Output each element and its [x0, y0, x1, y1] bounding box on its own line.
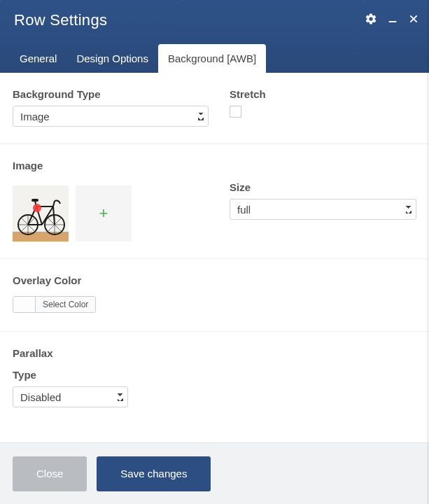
- tab-general[interactable]: General: [10, 44, 66, 73]
- select-color-label: Select Color: [36, 297, 95, 312]
- parallax-heading: Parallax: [13, 347, 416, 359]
- close-button[interactable]: Close: [13, 456, 87, 491]
- modal-footer: Close Save changes: [0, 442, 429, 504]
- color-swatch: [13, 297, 36, 312]
- overlay-heading: Overlay Color: [13, 274, 416, 286]
- overlay-color-picker[interactable]: Select Color: [13, 296, 96, 313]
- modal-body: Background Type Image Stretch Image: [0, 73, 429, 442]
- modal-header: Row Settings General Design Options Back…: [0, 0, 429, 73]
- tab-design-options[interactable]: Design Options: [66, 44, 158, 73]
- add-image-button[interactable]: +: [76, 186, 132, 241]
- tab-background-awb[interactable]: Background [AWB]: [158, 44, 266, 73]
- svg-rect-23: [31, 199, 38, 202]
- close-icon[interactable]: [408, 13, 419, 24]
- size-label: Size: [230, 181, 416, 193]
- tab-bar: General Design Options Background [AWB]: [0, 44, 266, 73]
- minimize-icon[interactable]: [387, 13, 398, 25]
- image-heading: Image: [13, 160, 416, 172]
- stretch-checkbox[interactable]: [230, 106, 241, 118]
- section-parallax: Parallax Type Disabled: [0, 332, 429, 428]
- bicycle-icon: [13, 186, 69, 241]
- bg-type-select[interactable]: Image: [13, 106, 209, 127]
- section-image: Image: [0, 144, 429, 259]
- svg-point-24: [33, 204, 41, 212]
- section-background-type: Background Type Image Stretch: [0, 73, 429, 144]
- stretch-label: Stretch: [230, 88, 416, 100]
- parallax-type-label: Type: [13, 369, 416, 381]
- save-button[interactable]: Save changes: [97, 456, 211, 491]
- bg-type-label: Background Type: [13, 88, 209, 100]
- gear-icon[interactable]: [365, 13, 377, 25]
- parallax-type-select[interactable]: Disabled: [13, 386, 128, 407]
- section-overlay: Overlay Color Select Color: [0, 259, 429, 332]
- image-thumbnail[interactable]: [13, 186, 69, 241]
- size-select[interactable]: full: [230, 199, 416, 220]
- plus-icon: +: [99, 204, 108, 223]
